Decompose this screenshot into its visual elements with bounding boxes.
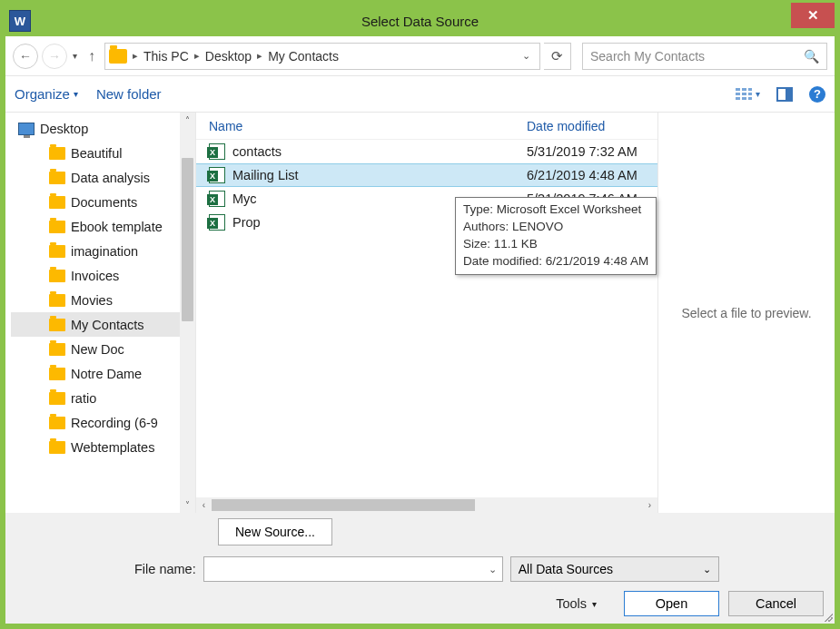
address-bar[interactable]: ▸ This PC ▸ Desktop ▸ My Contacts ⌄: [104, 43, 540, 70]
folder-icon: [109, 49, 127, 64]
tooltip-size: Size: 11.1 KB: [463, 236, 648, 253]
chevron-right-icon: ▸: [257, 50, 262, 62]
tree-item-label: Movies: [71, 293, 113, 308]
tree-item[interactable]: My Contacts: [11, 312, 195, 337]
tree-item-label: imagination: [71, 244, 138, 259]
filetype-label: All Data Sources: [519, 562, 613, 576]
scroll-left-icon[interactable]: ‹: [196, 497, 212, 513]
tree-root-desktop[interactable]: Desktop: [11, 116, 195, 141]
tree-item[interactable]: New Doc: [11, 337, 195, 361]
views-icon: [736, 88, 752, 101]
chevron-right-icon: ▸: [133, 50, 138, 62]
tree-item-label: Data analysis: [71, 171, 150, 185]
sidebar-scrollbar[interactable]: ˄ ˅: [180, 113, 195, 513]
open-button[interactable]: Open: [624, 591, 719, 616]
organize-menu[interactable]: Organize ▾: [15, 86, 78, 102]
new-source-button[interactable]: New Source...: [218, 518, 332, 545]
history-dropdown[interactable]: ▾: [71, 51, 79, 61]
column-headers: Name Date modified: [196, 113, 657, 140]
preview-pane-icon: [776, 87, 793, 102]
column-name[interactable]: Name: [209, 119, 527, 133]
tree-item[interactable]: Ebook template: [11, 214, 195, 239]
filename-input[interactable]: ⌄: [203, 556, 503, 582]
back-button[interactable]: ←: [13, 44, 38, 69]
tree-item[interactable]: Recording (6-9: [11, 410, 195, 435]
filename-label: File name:: [134, 562, 196, 576]
resize-grip[interactable]: [822, 611, 833, 622]
horizontal-scrollbar[interactable]: ‹ ›: [196, 497, 657, 513]
file-date: 5/31/2019 7:32 AM: [527, 144, 637, 159]
search-placeholder: Search My Contacts: [590, 49, 705, 64]
tree-item-label: My Contacts: [71, 318, 144, 332]
excel-icon: [209, 191, 225, 207]
column-date[interactable]: Date modified: [527, 119, 605, 133]
chevron-down-icon: ▾: [74, 89, 78, 99]
tree-item[interactable]: Beautiful: [11, 141, 195, 165]
tooltip-type: Type: Microsoft Excel Worksheet: [463, 201, 648, 219]
tree-item-label: New Doc: [71, 342, 124, 357]
navigation-bar: ← → ▾ ↑ ▸ This PC ▸ Desktop ▸ My Contact…: [5, 36, 835, 76]
preview-pane-toggle[interactable]: [776, 86, 793, 103]
tree-item-label: Notre Dame: [71, 367, 142, 381]
tree-item-label: Invoices: [71, 269, 119, 283]
scroll-down-icon[interactable]: ˅: [180, 497, 195, 513]
tree-item[interactable]: Movies: [11, 288, 195, 312]
excel-icon: [209, 167, 225, 183]
chevron-right-icon: ▸: [194, 50, 200, 62]
chevron-down-icon[interactable]: ⌄: [489, 564, 497, 575]
file-name: Prop: [232, 215, 261, 230]
tree-item[interactable]: Documents: [11, 190, 195, 214]
tree-item[interactable]: imagination: [11, 239, 195, 263]
tools-menu[interactable]: Tools ▾: [556, 596, 597, 611]
file-row[interactable]: Mailing List6/21/2019 4:48 AM: [196, 163, 657, 187]
folder-icon: [49, 196, 65, 209]
preview-placeholder: Select a file to preview.: [681, 306, 811, 320]
cancel-button[interactable]: Cancel: [728, 591, 824, 616]
search-icon: 🔍: [804, 49, 819, 64]
view-options[interactable]: ▾: [736, 88, 760, 101]
folder-icon: [49, 245, 65, 258]
tree-item[interactable]: Data analysis: [11, 165, 195, 190]
scrollbar-thumb[interactable]: [182, 158, 193, 321]
tree-item-label: Ebook template: [71, 220, 163, 234]
word-app-icon: W: [9, 10, 31, 32]
folder-icon: [49, 368, 65, 380]
main-area: Desktop BeautifulData analysisDocumentsE…: [5, 113, 835, 513]
address-dropdown-icon[interactable]: ⌄: [517, 50, 536, 62]
folder-tree: Desktop BeautifulData analysisDocumentsE…: [5, 113, 196, 513]
folder-icon: [49, 172, 65, 184]
tree-item[interactable]: Invoices: [11, 263, 195, 288]
new-folder-button[interactable]: New folder: [96, 86, 162, 102]
folder-icon: [49, 343, 65, 356]
filetype-select[interactable]: All Data Sources ⌄: [510, 556, 719, 582]
folder-icon: [49, 392, 65, 405]
tree-item-label: Recording (6-9: [71, 416, 158, 430]
search-input[interactable]: Search My Contacts 🔍: [582, 43, 827, 70]
help-button[interactable]: ?: [809, 86, 825, 103]
scroll-up-icon[interactable]: ˄: [180, 113, 195, 128]
forward-button[interactable]: →: [42, 44, 67, 69]
scroll-right-icon[interactable]: ›: [642, 497, 657, 513]
folder-icon: [49, 221, 65, 233]
up-button[interactable]: ↑: [83, 48, 101, 64]
scrollbar-thumb[interactable]: [212, 499, 475, 511]
refresh-button[interactable]: ⟳: [544, 43, 571, 70]
titlebar: W Select Data Source ✕: [5, 5, 835, 36]
file-row[interactable]: contacts5/31/2019 7:32 AM: [196, 140, 657, 163]
tree-item[interactable]: Webtemplates: [11, 435, 195, 459]
tree-item-label: Beautiful: [71, 146, 122, 161]
breadcrumb-root[interactable]: This PC: [143, 49, 189, 64]
breadcrumb-leaf[interactable]: My Contacts: [268, 49, 339, 64]
desktop-icon: [18, 123, 35, 135]
tree-item[interactable]: ratio: [11, 386, 195, 410]
toolbar: Organize ▾ New folder ▾ ?: [5, 76, 835, 113]
select-data-source-dialog: W Select Data Source ✕ ← → ▾ ↑ ▸ This PC…: [0, 0, 840, 629]
chevron-down-icon: ⌄: [703, 564, 711, 575]
dialog-title: Select Data Source: [5, 14, 835, 29]
breadcrumb-mid[interactable]: Desktop: [205, 49, 252, 64]
tooltip-modified: Date modified: 6/21/2019 4:48 AM: [463, 253, 648, 270]
excel-icon: [209, 143, 225, 160]
close-button[interactable]: ✕: [791, 3, 835, 28]
tree-item[interactable]: Notre Dame: [11, 361, 195, 386]
excel-icon: [209, 214, 225, 231]
